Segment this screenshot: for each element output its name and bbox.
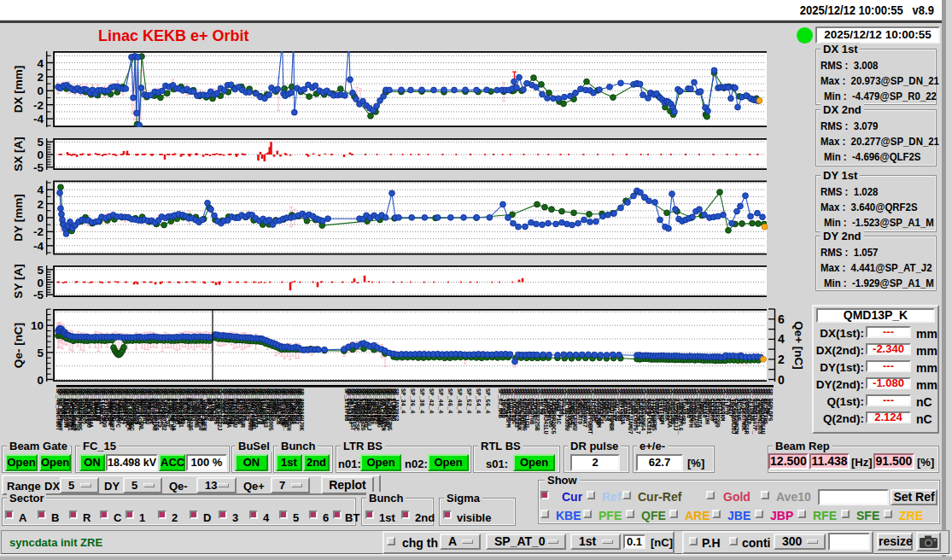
svg-text:0: 0	[37, 149, 44, 161]
svg-text:5: 5	[37, 136, 44, 149]
svg-text:Qe- [nC]: Qe- [nC]	[12, 323, 25, 368]
svg-text:Qe+ [nC]: Qe+ [nC]	[792, 321, 805, 370]
svg-text:SP_54_4: SP_54_4	[475, 388, 482, 413]
svg-text:-5: -5	[33, 289, 44, 301]
svg-text:4: 4	[37, 57, 44, 70]
svg-text:SP_46_4: SP_46_4	[447, 388, 453, 413]
svg-text:SX [A]: SX [A]	[12, 137, 25, 172]
svg-text:SP_48_4: SP_48_4	[456, 388, 463, 413]
svg-text:SP_JA93862: SP_JA93862	[393, 388, 400, 421]
svg-text:SP_52_4: SP_52_4	[465, 388, 472, 413]
svg-text:2: 2	[37, 71, 44, 84]
svg-text:4: 4	[778, 332, 785, 346]
svg-text:SP_34_4: SP_34_4	[400, 388, 406, 413]
svg-text:SY [A]: SY [A]	[12, 264, 25, 298]
svg-text:0: 0	[778, 373, 785, 387]
svg-text:DX [mm]: DX [mm]	[12, 66, 25, 114]
svg-text:5: 5	[37, 264, 44, 277]
svg-text:-4: -4	[33, 240, 44, 253]
svg-text:0: 0	[37, 374, 44, 387]
svg-text:10: 10	[31, 319, 44, 332]
svg-text:SP_38_4: SP_38_4	[418, 388, 425, 413]
svg-text:-5: -5	[33, 161, 44, 174]
svg-text:SP_36_4: SP_36_4	[409, 388, 416, 413]
svg-text:SP_2092A6UJ9K: SP_2092A6UJ9K	[298, 388, 305, 432]
svg-text:-2: -2	[33, 225, 44, 238]
svg-text:4: 4	[37, 184, 44, 196]
svg-text:SP_D5PLDP6: SP_D5PLDP6	[767, 388, 774, 421]
svg-text:5: 5	[37, 347, 44, 359]
svg-text:SP_56_4: SP_56_4	[484, 388, 491, 413]
svg-text:SP_42_4: SP_42_4	[428, 388, 435, 413]
svg-text:SP_44_4: SP_44_4	[437, 388, 444, 413]
svg-text:-2: -2	[33, 99, 44, 112]
svg-text:DY [mm]: DY [mm]	[12, 194, 25, 241]
svg-text:2: 2	[778, 353, 785, 366]
svg-text:0: 0	[37, 277, 44, 289]
svg-text:-4: -4	[33, 113, 44, 125]
svg-text:0: 0	[37, 212, 44, 225]
svg-text:2: 2	[37, 198, 44, 211]
svg-text:0: 0	[37, 85, 44, 97]
svg-text:6: 6	[778, 312, 785, 326]
